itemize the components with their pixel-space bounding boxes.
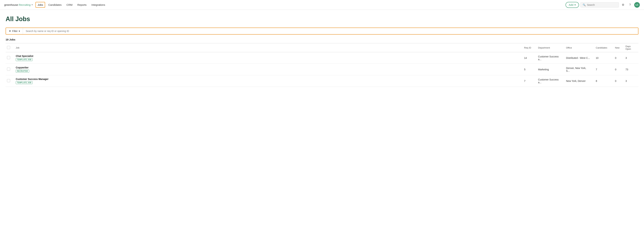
row-candidates: 10 (593, 52, 612, 64)
add-button[interactable]: Add ▾ (566, 2, 579, 8)
job-badge: TEMPLATE JOB (16, 81, 32, 84)
filter-chevron-icon: ▾ (19, 30, 20, 32)
table-header: Job Req ID Department Office Candidates … (6, 43, 638, 52)
row-new: 0 (612, 75, 623, 87)
filter-button[interactable]: ▼ Filter ▾ (6, 28, 23, 34)
job-title[interactable]: Chat Specialist (16, 55, 518, 57)
global-search-bar[interactable]: 🔍 (580, 2, 619, 7)
global-search-input[interactable] (587, 3, 616, 6)
row-req-id: 5 (521, 64, 535, 75)
row-department: Marketing (535, 64, 563, 75)
help-button[interactable]: ? (627, 2, 633, 8)
row-checkbox-cell (6, 75, 13, 87)
row-checkbox-cell (6, 52, 13, 64)
navbar: greenhouse Recruiting ▾ Jobs Candidates … (0, 0, 644, 10)
row-office: Distributed - West C... (563, 52, 593, 64)
row-req-id: 7 (521, 75, 535, 87)
nav-item-integrations[interactable]: Integrations (90, 2, 107, 7)
row-job[interactable]: Customer Success Manager TEMPLATE JOB (13, 75, 521, 87)
brand-greenhouse-text: greenhouse (4, 3, 18, 6)
jobs-table: Job Req ID Department Office Candidates … (6, 43, 638, 87)
header-department: Department (535, 43, 563, 52)
header-job: Job (13, 43, 521, 52)
row-days-open: 3 (623, 75, 638, 87)
filter-search-input[interactable] (23, 28, 638, 34)
row-checkbox[interactable] (7, 56, 10, 59)
row-days-open: 3 (623, 52, 638, 64)
select-all-checkbox[interactable] (7, 46, 10, 49)
job-title[interactable]: Customer Success Manager (16, 78, 518, 80)
nav-item-reports[interactable]: Reports (76, 2, 88, 7)
jobs-count-label-text: Jobs (9, 38, 16, 41)
settings-button[interactable]: ⚙ (620, 2, 626, 8)
row-days-open: 73 (623, 64, 638, 75)
job-badge: TEMPLATE JOB (16, 58, 32, 61)
page-title: All Jobs (6, 15, 638, 23)
jobs-count-number: 19 (6, 38, 8, 41)
brand-logo[interactable]: greenhouse Recruiting ▾ (4, 3, 33, 6)
row-new: 0 (612, 52, 623, 64)
nav-item-crm[interactable]: CRM (65, 2, 74, 7)
add-button-label: Add (569, 3, 574, 6)
row-checkbox[interactable] (7, 79, 10, 82)
row-job[interactable]: Chat Specialist TEMPLATE JOB (13, 52, 521, 64)
row-checkbox[interactable] (7, 67, 10, 71)
job-title[interactable]: Copywriter (16, 66, 518, 69)
table-row: Copywriter RECRUITER 5 Marketing Denver,… (6, 64, 638, 75)
nav-item-jobs[interactable]: Jobs (36, 2, 45, 8)
row-candidates: 8 (593, 75, 612, 87)
header-office: Office (563, 43, 593, 52)
row-job[interactable]: Copywriter RECRUITER (13, 64, 521, 75)
table-row: Chat Specialist TEMPLATE JOB 14 Customer… (6, 52, 638, 64)
header-req-id: Req ID (521, 43, 535, 52)
row-new: 0 (612, 64, 623, 75)
table-body: Chat Specialist TEMPLATE JOB 14 Customer… (6, 52, 638, 87)
add-chevron-icon: ▾ (574, 3, 576, 6)
brand-recruiting-text: Recruiting (19, 3, 30, 6)
row-office: Denver, New York, S... (563, 64, 593, 75)
row-office: New York, Denver (563, 75, 593, 87)
nav-item-candidates[interactable]: Candidates (46, 2, 63, 7)
jobs-count: 19 Jobs (6, 38, 638, 41)
header-new: New (612, 43, 623, 52)
header-candidates: Candidates (593, 43, 612, 52)
filter-icon: ▼ (9, 30, 11, 32)
filter-bar: ▼ Filter ▾ (6, 27, 638, 34)
row-department: Customer Success a... (535, 52, 563, 64)
search-icon: 🔍 (583, 3, 586, 6)
page-content: All Jobs ▼ Filter ▾ 19 Jobs Job Req ID D… (0, 10, 644, 87)
user-avatar[interactable]: LC (634, 2, 640, 8)
row-checkbox-cell (6, 64, 13, 75)
header-checkbox-cell (6, 43, 13, 52)
row-department: Customer Success a... (535, 75, 563, 87)
filter-label: Filter (12, 30, 18, 32)
header-days-open: Days Open (623, 43, 638, 52)
brand-chevron-icon[interactable]: ▾ (32, 4, 33, 6)
row-req-id: 14 (521, 52, 535, 64)
job-badge: RECRUITER (16, 70, 29, 73)
row-candidates: 7 (593, 64, 612, 75)
table-row: Customer Success Manager TEMPLATE JOB 7 … (6, 75, 638, 87)
